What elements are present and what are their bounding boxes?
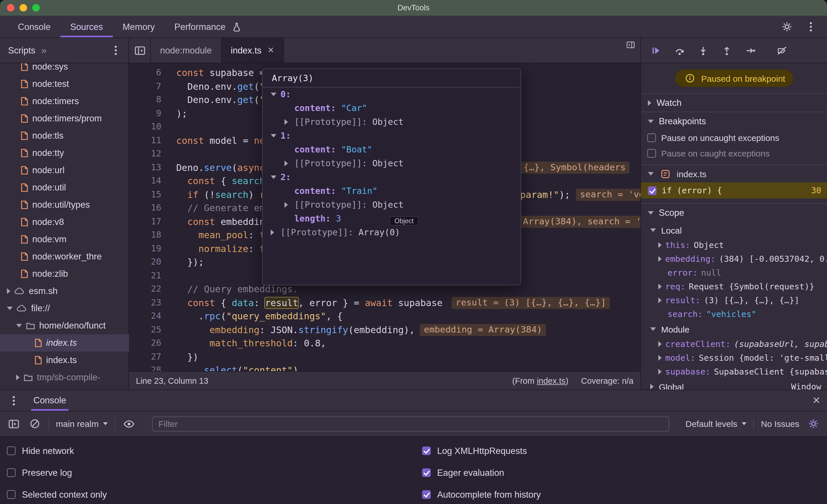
deactivate-breakpoints-button[interactable] [775, 44, 789, 57]
popup-row[interactable]: 2: [262, 170, 521, 184]
tree-item-tmp-sb-compile[interactable]: tmp/sb-compile- [0, 369, 129, 386]
line-number[interactable]: 6 [129, 66, 161, 80]
expand-arrow-icon[interactable] [658, 341, 662, 347]
pause-on-uncaught-option[interactable]: Pause on uncaught exceptions [641, 130, 827, 146]
tree-item-node-timers[interactable]: node:timers [0, 93, 129, 110]
collapse-arrow-icon[interactable] [271, 175, 281, 179]
expand-arrow-icon[interactable] [658, 297, 662, 303]
breakpoint-entry[interactable]: if (error) { 30 [641, 182, 827, 199]
unchecked-checkbox[interactable] [647, 133, 656, 142]
line-number[interactable]: 13 [129, 161, 161, 174]
tree-item-node-worker-thre[interactable]: node:worker_thre [0, 248, 129, 265]
unchecked-checkbox[interactable] [7, 468, 15, 477]
hovered-token[interactable]: result [265, 297, 298, 308]
expand-arrow-icon[interactable] [271, 230, 281, 235]
collapse-arrow-icon[interactable] [16, 324, 22, 327]
unchecked-checkbox[interactable] [7, 446, 15, 455]
tree-item-home-deno-funct[interactable]: home/deno/funct [0, 317, 129, 334]
scope-var-embedding[interactable]: embedding: (384) [-0.00537042, 0.0118] [641, 252, 827, 266]
collapse-arrow-icon[interactable] [271, 93, 281, 96]
expand-arrow-icon[interactable] [658, 256, 662, 262]
tree-item-node-tls[interactable]: node:tls [0, 127, 129, 145]
checked-checkbox[interactable] [648, 186, 656, 195]
tree-item-node-v8[interactable]: node:v8 [0, 214, 129, 231]
tree-item-esm-sh[interactable]: esm.sh [0, 282, 129, 300]
line-number[interactable]: 8 [129, 93, 161, 107]
expand-arrow-icon[interactable] [658, 242, 662, 248]
clear-console-button[interactable] [28, 417, 42, 431]
line-number[interactable]: 19 [129, 242, 161, 256]
popup-row[interactable]: content: "Car" [262, 101, 521, 115]
console-setting-autocomplete-from-history[interactable]: Autocomplete from history [422, 486, 827, 503]
unchecked-checkbox[interactable] [647, 149, 656, 158]
expand-arrow-icon[interactable] [658, 369, 662, 375]
editor-tab-node-module[interactable]: node:module [151, 38, 222, 63]
scope-group-global[interactable]: GlobalWindow [641, 379, 827, 390]
scope-var-this[interactable]: this: Object [641, 238, 827, 252]
tree-item-file[interactable]: file:// [0, 300, 129, 317]
tab-console[interactable]: Console [8, 16, 60, 38]
line-number[interactable]: 28 [129, 363, 161, 371]
checked-checkbox[interactable] [422, 446, 431, 455]
console-setting-selected-context-only[interactable]: Selected context only [7, 486, 414, 503]
console-setting-preserve-log[interactable]: Preserve log [7, 464, 414, 481]
collapse-arrow-icon[interactable] [648, 211, 654, 215]
collapse-arrow-icon[interactable] [650, 228, 656, 232]
popup-row[interactable]: content: "Train" [262, 184, 521, 198]
line-number[interactable]: 17 [129, 215, 161, 228]
unchecked-checkbox[interactable] [7, 490, 15, 499]
popup-row[interactable]: [[Prototype]]: Array(0) [262, 226, 521, 239]
tree-item-node-zlib[interactable]: node:zlib [0, 265, 129, 282]
expand-arrow-icon[interactable] [658, 355, 662, 361]
scope-var-req[interactable]: req: Request {Symbol(request)} [641, 280, 827, 293]
scope-var-error[interactable]: error: null [641, 266, 827, 280]
scope-section-header[interactable]: Scope [641, 204, 827, 222]
editor-tab-index-ts[interactable]: index.ts × [222, 38, 284, 63]
expand-arrow-icon[interactable] [16, 375, 19, 380]
line-number[interactable]: 18 [129, 228, 161, 242]
popup-row[interactable]: 1: [262, 129, 521, 143]
step-button[interactable] [743, 44, 757, 57]
collapse-arrow-icon[interactable] [7, 306, 13, 310]
popup-row[interactable]: [[Prototype]]: Object [262, 115, 521, 129]
resume-script-button[interactable] [649, 44, 663, 57]
drawer-menu-kebab-button[interactable] [7, 394, 21, 407]
step-into-button[interactable] [696, 44, 710, 57]
popup-row[interactable]: 0: [262, 88, 521, 101]
expand-arrow-icon[interactable] [7, 288, 10, 294]
tab-performance[interactable]: Performance [164, 16, 253, 38]
tree-item-node-timers-prom[interactable]: node:timers/prom [0, 110, 129, 127]
popup-row[interactable]: content: "Boat" [262, 143, 521, 157]
live-expression-eye-button[interactable] [122, 417, 136, 431]
line-number[interactable]: 7 [129, 80, 161, 93]
tree-item-node-sys[interactable]: node:sys [0, 63, 129, 75]
breakpoint-file-header[interactable]: index.ts [641, 165, 827, 182]
issues-counter[interactable]: No Issues [761, 419, 799, 429]
console-settings-gear-button[interactable] [806, 417, 820, 431]
scope-var-search[interactable]: search: "vehicles" [641, 307, 827, 321]
collapse-arrow-icon[interactable] [650, 327, 656, 331]
tab-sources[interactable]: Sources [60, 16, 113, 38]
console-setting-hide-network[interactable]: Hide network [7, 442, 414, 459]
drawer-tab-console[interactable]: Console [31, 390, 68, 411]
collapse-arrow-icon[interactable] [648, 119, 654, 123]
scope-group-local[interactable]: Local [641, 222, 827, 238]
line-number[interactable]: 23 [129, 296, 161, 310]
expand-arrow-icon[interactable] [285, 161, 294, 166]
tree-item-index-ts[interactable]: index.ts [0, 334, 129, 351]
tree-item-node-test[interactable]: node:test [0, 75, 129, 93]
scripts-tab[interactable]: Scripts [8, 45, 36, 56]
checked-checkbox[interactable] [422, 468, 431, 477]
popup-row[interactable]: [[Prototype]]: Object [262, 198, 521, 212]
console-setting-log-xmlhttprequests[interactable]: Log XMLHttpRequests [422, 442, 827, 459]
tree-item-node-url[interactable]: node:url [0, 162, 129, 179]
tab-memory[interactable]: Memory [113, 16, 165, 38]
pause-on-caught-option[interactable]: Pause on caught exceptions [641, 146, 827, 161]
collapse-arrow-icon[interactable] [271, 134, 281, 137]
scope-var-supabase[interactable]: supabase: SupabaseClient {supabaseUrl} [641, 365, 827, 379]
execution-context-selector[interactable]: main realm [56, 419, 108, 429]
close-drawer-button[interactable]: × [813, 394, 820, 407]
scope-group-module[interactable]: Module [641, 321, 827, 337]
line-number[interactable]: 11 [129, 134, 161, 147]
popup-row[interactable]: [[Prototype]]: Object [262, 157, 521, 170]
